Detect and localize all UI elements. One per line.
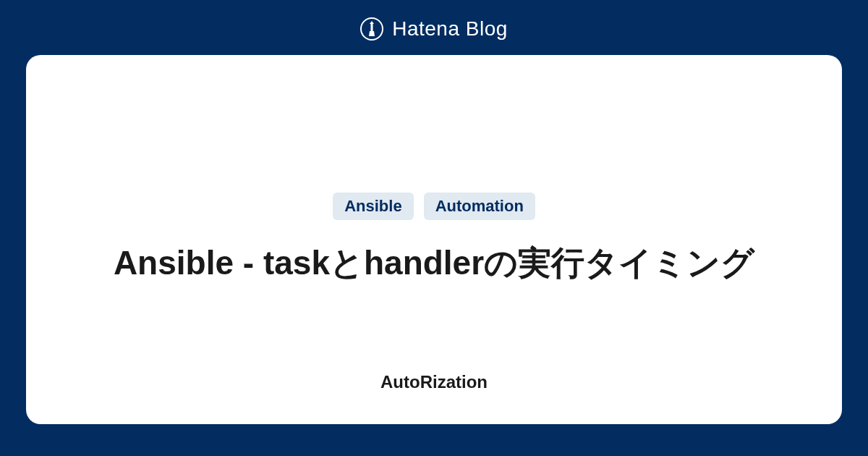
tag-item: Ansible	[333, 193, 413, 220]
author-name: AutoRization	[380, 372, 488, 392]
article-title: Ansible - taskとhandlerの実行タイミング	[114, 239, 754, 287]
tag-item: Automation	[424, 193, 535, 220]
article-card: Ansible Automation Ansible - taskとhandle…	[26, 55, 842, 424]
tag-list: Ansible Automation	[333, 193, 535, 220]
brand-title: Hatena Blog	[392, 17, 508, 41]
brand-header: Hatena Blog	[360, 0, 508, 55]
hatena-logo-icon	[360, 17, 383, 41]
